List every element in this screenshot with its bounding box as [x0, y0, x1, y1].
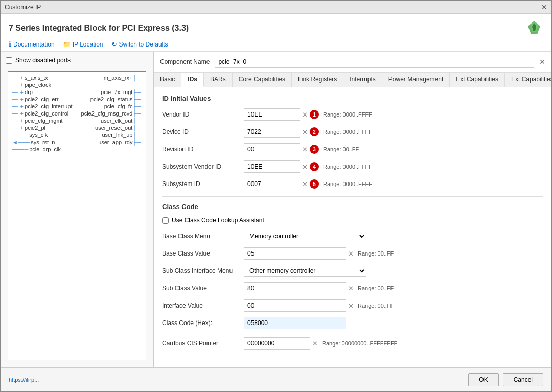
revision-id-badge: 3: [310, 145, 319, 154]
location-icon: 📁: [63, 41, 71, 48]
tabs-bar: Basic IDs BARs Core Capabilities Link Re…: [154, 73, 551, 87]
tab-ext-capabilities[interactable]: Ext Capabilities: [450, 73, 505, 87]
tab-ids[interactable]: IDs: [181, 73, 204, 87]
footer-link[interactable]: https://ilirp...: [9, 377, 39, 383]
vendor-id-badge: 1: [310, 110, 319, 119]
sub-class-interface-select[interactable]: Other memory controller: [244, 265, 366, 277]
port-row-s-axis-tx: ─┤+ s_axis_tx m_axis_rx +├─: [12, 75, 142, 81]
revision-id-input[interactable]: [244, 143, 300, 155]
base-class-value-range: Range: 00..FF: [358, 250, 394, 257]
subsystem-vendor-id-clear-button[interactable]: ✕: [302, 163, 308, 171]
left-panel: Show disabled ports ─┤+ s_axis_tx m_axis…: [1, 52, 154, 367]
title-bar-title: Customize IP: [5, 4, 41, 11]
base-class-menu-label: Base Class Menu: [162, 233, 244, 240]
device-id-label: Device ID: [162, 128, 244, 135]
component-name-input[interactable]: [215, 56, 534, 68]
sub-class-value-clear-button[interactable]: ✕: [348, 285, 354, 292]
tab-content-ids: ID Initial Values Vendor ID ✕ 1 Range: 0…: [154, 87, 551, 367]
base-class-menu-row: Base Class Menu Memory controller: [162, 230, 543, 242]
subsystem-vendor-id-row: Subsystem Vendor ID ✕ 4 Range: 0000..FFF…: [162, 160, 543, 173]
cardbus-input[interactable]: [244, 337, 310, 350]
toolbar-links: ℹ Documentation 📁 IP Location ↻ Switch t…: [9, 40, 543, 48]
base-class-value-clear-button[interactable]: ✕: [348, 250, 354, 258]
base-class-menu-select[interactable]: Memory controller: [244, 230, 366, 242]
tab-basic[interactable]: Basic: [154, 73, 181, 87]
vivado-logo-icon: [525, 19, 543, 37]
cardbus-label: Cardbus CIS Pointer: [162, 340, 244, 347]
revision-id-label: Revision ID: [162, 146, 244, 153]
class-code-hex-row: Class Code (Hex):: [162, 317, 543, 329]
window-close-button[interactable]: ✕: [541, 4, 547, 11]
sub-class-value-input[interactable]: [244, 282, 346, 294]
subsystem-vendor-id-range: Range: 0000..FFFF: [323, 164, 372, 170]
class-code-hex-label: Class Code (Hex):: [162, 319, 244, 327]
sub-class-value-range: Range: 00..FF: [358, 285, 394, 291]
vendor-id-clear-button[interactable]: ✕: [302, 111, 308, 119]
revision-id-range: Range: 00..FF: [323, 146, 359, 152]
port-row-sys-rst-n: ◄─── sys_rst_n user_app_rdy ├─: [12, 139, 142, 145]
revision-id-clear-button[interactable]: ✕: [302, 146, 308, 153]
tab-interrupts[interactable]: Interrupts: [343, 73, 382, 87]
base-class-value-input[interactable]: [244, 247, 346, 260]
device-id-input[interactable]: [244, 126, 300, 138]
tab-bars[interactable]: BARs: [204, 73, 233, 87]
subsystem-vendor-id-input[interactable]: [244, 160, 300, 173]
interface-value-input[interactable]: [244, 299, 346, 312]
show-disabled-ports-label: Show disabled ports: [15, 57, 71, 64]
sub-class-value-row: Sub Class Value ✕ Range: 00..FF: [162, 282, 543, 294]
cancel-button[interactable]: Cancel: [503, 373, 543, 386]
footer: https://ilirp... OK Cancel: [1, 367, 551, 391]
right-panel: Component Name ✕ Basic IDs BARs Core Cap…: [154, 52, 551, 367]
tab-ext-capabilities2[interactable]: Ext Capabilities-2: [505, 73, 551, 87]
class-code-hex-input[interactable]: [244, 317, 346, 329]
component-diagram: ─┤+ s_axis_tx m_axis_rx +├─ ─┤+ pipe_clo…: [8, 71, 146, 360]
port-connector-icon: ─┤+: [12, 75, 24, 81]
port-connector-right-icon: +├─: [129, 75, 141, 81]
revision-id-row: Revision ID ✕ 3 Range: 00..FF: [162, 143, 543, 155]
main-window: Customize IP ✕ 7 Series Integrated Block…: [0, 0, 552, 392]
interface-value-clear-button[interactable]: ✕: [348, 302, 354, 310]
interface-value-row: Interface Value ✕ Range: 00..FF: [162, 299, 543, 312]
documentation-link[interactable]: ℹ Documentation: [9, 40, 55, 48]
main-header: 7 Series Integrated Block for PCI Expres…: [1, 14, 551, 52]
interface-value-label: Interface Value: [162, 302, 244, 309]
subsystem-id-badge: 5: [310, 179, 319, 189]
ok-button[interactable]: OK: [468, 373, 498, 386]
cardbus-clear-button[interactable]: ✕: [312, 340, 318, 348]
class-code-section: Class Code Use Class Code Lookup Assista…: [162, 203, 543, 350]
main-title-row: 7 Series Integrated Block for PCI Expres…: [9, 19, 543, 37]
port-row-pcie2-cfg-control: ─┤+ pcie2_cfg_control pcie2_cfg_msg_rcvd…: [12, 110, 142, 117]
tab-core-capabilities[interactable]: Core Capabilities: [233, 73, 292, 87]
port-row-pipe-clock: ─┤+ pipe_clock: [12, 82, 142, 88]
port-row-pcie-cfg-mgmt: ─┤+ pcie_cfg_mgmt user_clk_out ├─: [12, 118, 142, 124]
section-divider: [162, 196, 543, 197]
content-area: Show disabled ports ─┤+ s_axis_tx m_axis…: [1, 52, 551, 367]
vendor-id-range: Range: 0000..FFFF: [323, 111, 372, 118]
device-id-clear-button[interactable]: ✕: [302, 128, 308, 136]
refresh-icon: ↻: [111, 40, 117, 48]
port-row-drp: ─┤+ drp pcie_7x_mgt ├─: [12, 89, 142, 95]
use-lookup-checkbox[interactable]: [162, 217, 169, 224]
subsystem-id-input[interactable]: [244, 178, 300, 190]
base-class-value-label: Base Class Value: [162, 250, 244, 257]
port-row-pcie2-cfg-err: ─┤+ pcie2_cfg_err pcie2_cfg_status ├─: [12, 96, 142, 102]
interface-value-range: Range: 00..FF: [358, 303, 394, 309]
info-icon: ℹ: [9, 40, 11, 48]
component-name-clear-button[interactable]: ✕: [539, 58, 545, 66]
subsystem-id-label: Subsystem ID: [162, 180, 244, 188]
tab-power-management[interactable]: Power Management: [382, 73, 450, 87]
ip-location-link[interactable]: 📁 IP Location: [63, 41, 103, 48]
component-name-bar: Component Name ✕: [154, 52, 551, 73]
port-row-pcie2-pl: ─┤+ pcie2_pl user_reset_out ├─: [12, 125, 142, 131]
tab-link-registers[interactable]: Link Registers: [292, 73, 343, 87]
subsystem-vendor-id-badge: 4: [310, 162, 319, 171]
show-disabled-ports-checkbox[interactable]: [6, 57, 12, 64]
cardbus-row: Cardbus CIS Pointer ✕ Range: 00000000..F…: [162, 337, 543, 350]
subsystem-id-clear-button[interactable]: ✕: [302, 180, 308, 188]
switch-defaults-link[interactable]: ↻ Switch to Defaults: [111, 40, 168, 48]
vendor-id-row: Vendor ID ✕ 1 Range: 0000..FFFF: [162, 108, 543, 121]
device-id-row: Device ID ✕ 2 Range: 0000..FFFF: [162, 126, 543, 138]
vendor-id-input[interactable]: [244, 108, 300, 121]
device-id-badge: 2: [310, 127, 319, 136]
vendor-id-label: Vendor ID: [162, 111, 244, 118]
